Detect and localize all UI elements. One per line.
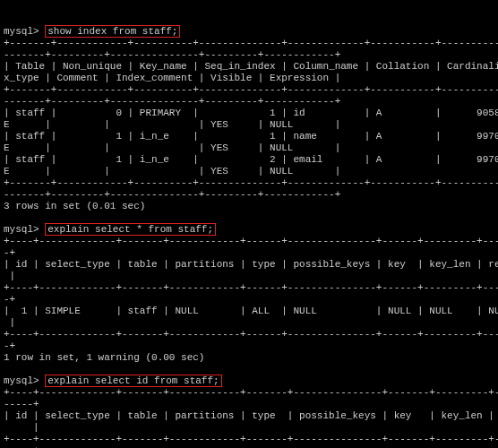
table-header: x_type | Comment | Index_comment | Visib… [4, 73, 340, 83]
result-footer: 1 row in set, 1 warning (0.00 sec) [4, 352, 204, 363]
table-header: | id | select_type | table | partitions … [4, 259, 498, 270]
table-sep: -+ [4, 340, 15, 351]
table-sep: +----+-------------+-------+------------… [4, 434, 498, 444]
table-row: | staff | 1 | i_n_e | 2 | email | A | 99… [4, 154, 498, 165]
table-row: | [4, 317, 15, 328]
table-sep: +-------+------------+----------+-------… [4, 84, 498, 95]
table-sep: +----+-------------+-------+------------… [4, 387, 498, 398]
table-sep: -------+---------+---------------+------… [4, 189, 340, 200]
mysql-prompt: mysql> [4, 224, 39, 235]
table-sep: +----+-------------+-------+------------… [4, 282, 498, 293]
table-sep: -------+---------+---------------+------… [4, 49, 340, 60]
sql-command: show index from staff; [45, 25, 180, 38]
table-row: E | | | YES | NULL | [4, 142, 340, 153]
table-row: | staff | 1 | i_n_e | 1 | name | A | 997… [4, 131, 498, 142]
table-header: | [4, 271, 15, 281]
table-sep: +----+-------------+-------+------------… [4, 329, 498, 340]
table-sep: -+ [4, 294, 15, 305]
table-row: E | | | YES | NULL | [4, 166, 340, 177]
table-row: E | | | YES | NULL | [4, 119, 340, 130]
table-header: | [4, 422, 39, 433]
table-header: | Table | Non_unique | Key_name | Seq_in… [4, 61, 498, 72]
table-sep: +-------+------------+----------+-------… [4, 177, 498, 188]
mysql-prompt: mysql> [4, 375, 39, 386]
table-sep: +----+-------------+-------+------------… [4, 236, 498, 246]
table-sep: +-------+------------+----------+-------… [4, 38, 498, 48]
table-sep: -+ [4, 247, 15, 258]
table-header: | id | select_type | table | partitions … [4, 410, 498, 421]
sql-command: explain select * from staff; [45, 223, 216, 236]
table-row: | 1 | SIMPLE | staff | NULL | ALL | NULL… [4, 306, 498, 316]
table-sep: -----+ [4, 399, 39, 409]
mysql-prompt: mysql> [4, 26, 39, 37]
sql-command: explain select id from staff; [45, 375, 221, 387]
table-sep: -------+---------+---------------+------… [4, 96, 340, 107]
table-row: | staff | 0 | PRIMARY | 1 | id | A | 905… [4, 108, 498, 118]
result-footer: 3 rows in set (0.01 sec) [4, 201, 145, 211]
